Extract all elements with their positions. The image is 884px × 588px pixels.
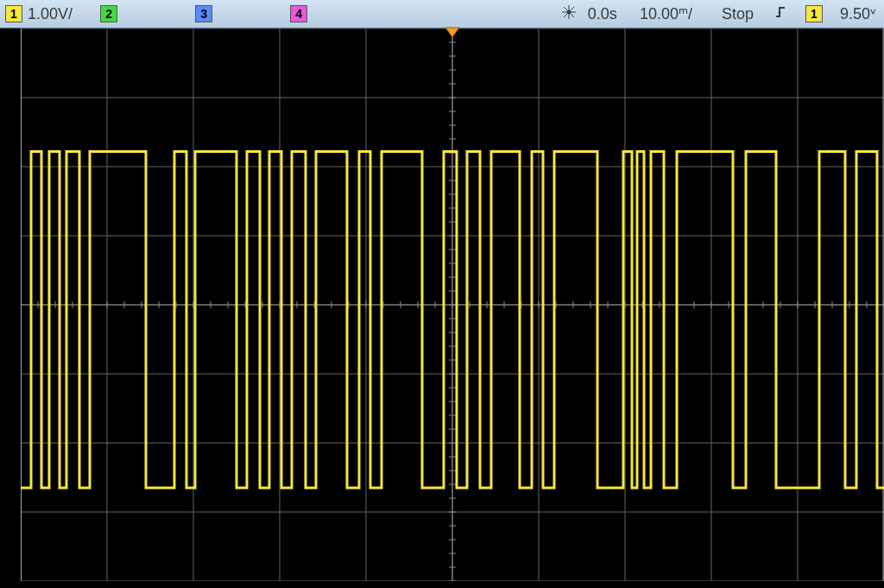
timebase-value: 10.00ᵐ/ bbox=[640, 4, 692, 23]
channel-1-scale: 1.00V/ bbox=[28, 5, 73, 23]
waveform-display[interactable] bbox=[21, 28, 884, 581]
channel-2-chip[interactable]: 2 bbox=[100, 5, 117, 22]
delay-value: 0.0s bbox=[588, 5, 617, 23]
channel-3-chip[interactable]: 3 bbox=[195, 5, 212, 22]
graticule-grid bbox=[21, 28, 884, 581]
run-state: Stop bbox=[722, 5, 754, 23]
oscilloscope-status-bar: 1 1.00V/ 2 3 4 0.0s 10.00ᵐ/ Stop 1 9.50ᵛ bbox=[0, 0, 884, 28]
channel-4-chip[interactable]: 4 bbox=[290, 5, 307, 22]
trigger-source-chip[interactable]: 1 bbox=[805, 5, 823, 22]
trigger-level: 9.50ᵛ bbox=[840, 4, 877, 23]
svg-point-4 bbox=[567, 10, 571, 14]
trigger-edge-icon bbox=[774, 4, 788, 24]
channel-1-chip[interactable]: 1 bbox=[5, 5, 22, 22]
fine-icon bbox=[560, 3, 578, 25]
left-margin bbox=[0, 28, 21, 588]
